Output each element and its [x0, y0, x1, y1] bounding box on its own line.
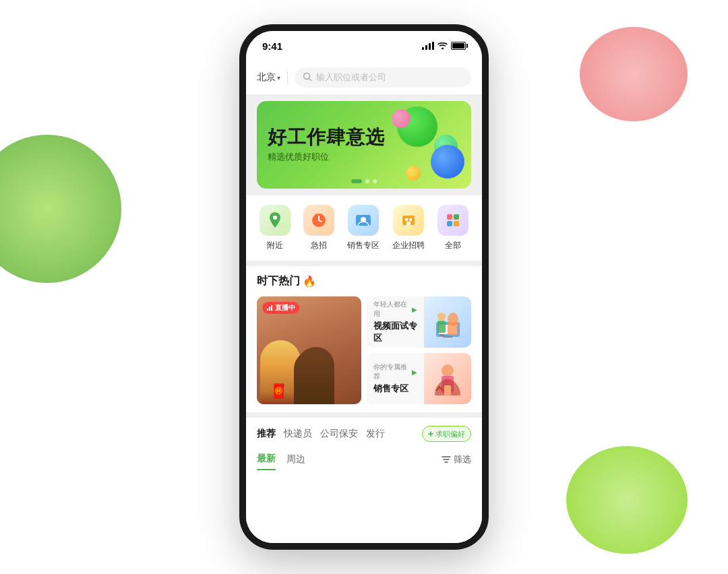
status-icons: [422, 41, 466, 51]
pref-plus-icon: +: [428, 428, 433, 439]
live-emoji: 🧧: [270, 383, 287, 399]
status-bar: 9:41: [246, 31, 482, 61]
hot-card-sales-sub: 你的专属推荐 ▶: [373, 362, 417, 381]
bubble-3: [392, 109, 411, 128]
location-text: 北京: [257, 71, 276, 84]
tab-courier[interactable]: 快递员: [284, 426, 312, 441]
banner-dot-3: [373, 179, 377, 183]
svg-rect-26: [444, 385, 451, 395]
svg-rect-7: [409, 218, 412, 221]
battery-fill: [452, 43, 464, 49]
sub-tab-nearby[interactable]: 周边: [286, 449, 305, 470]
category-sales[interactable]: 销售专区: [347, 205, 380, 251]
svg-point-24: [442, 364, 454, 377]
bg-blob-green-br: [566, 446, 688, 554]
hot-header: 时下热门 🔥: [257, 274, 471, 288]
wifi-icon: [437, 41, 448, 51]
svg-rect-22: [439, 334, 445, 336]
svg-rect-23: [443, 336, 453, 338]
svg-rect-12: [454, 221, 459, 226]
hot-card-sales[interactable]: 你的专属推荐 ▶ 销售专区: [367, 353, 471, 404]
location-selector[interactable]: 北京 ▾: [257, 71, 280, 84]
enterprise-icon: [393, 205, 424, 236]
hot-fire-icon: 🔥: [303, 275, 316, 288]
live-chart-icon: [266, 305, 273, 311]
hot-card-video-title: 视频面试专区: [373, 320, 417, 344]
svg-rect-8: [406, 222, 411, 225]
categories: 附近 急招: [246, 195, 482, 261]
video-img-illustration: [424, 296, 471, 348]
filter-icon: [442, 455, 451, 464]
banner[interactable]: 好工作肆意选 精选优质好职位: [257, 101, 471, 189]
location-dropdown-icon: ▾: [277, 74, 280, 82]
sales-label: 销售专区: [347, 240, 380, 251]
bubble-5: [406, 166, 421, 181]
svg-rect-6: [405, 218, 408, 221]
svg-point-1: [273, 216, 277, 220]
hot-section: 时下热门 🔥 🧧: [246, 266, 482, 412]
hot-card-sales-text: 你的专属推荐 ▶ 销售专区: [367, 353, 424, 404]
hot-grid: 🧧 直播中 年轻人都在用: [257, 296, 471, 404]
filter-button[interactable]: 筛选: [442, 453, 471, 466]
tab-recommend[interactable]: 推荐: [257, 426, 276, 441]
svg-rect-19: [448, 322, 458, 336]
hot-card-video[interactable]: 年轻人都在用 ▶ 视频面试专区: [367, 296, 471, 348]
banner-dot-1: [351, 179, 362, 183]
svg-point-20: [437, 313, 446, 321]
hot-title: 时下热门: [257, 274, 300, 288]
nearby-icon: [260, 205, 291, 236]
person-silhouette-2: [297, 347, 334, 404]
bottom-tabs-section: 推荐 快递员 公司保安 发行 + 求职偏好 最新 周边 筛选: [246, 418, 482, 543]
hot-card-video-sub: 年轻人都在用 ▶: [373, 300, 417, 319]
banner-dots: [351, 179, 377, 183]
banner-dot-2: [365, 179, 369, 183]
sales-icon: [348, 205, 379, 236]
svg-rect-15: [271, 305, 272, 311]
search-input[interactable]: 输入职位或者公司: [295, 67, 471, 88]
sub-tabs: 最新 周边 筛选: [257, 449, 471, 470]
tab-security[interactable]: 公司保安: [320, 426, 358, 441]
all-icon: [437, 205, 468, 236]
svg-rect-10: [454, 214, 459, 220]
live-badge-text: 直播中: [275, 303, 295, 313]
search-placeholder: 输入职位或者公司: [316, 71, 386, 84]
bg-blob-green-tl: [0, 135, 121, 283]
svg-rect-11: [447, 221, 452, 226]
search-icon: [303, 72, 312, 84]
category-all[interactable]: 全部: [437, 205, 468, 251]
sales-img-illustration: [424, 353, 471, 404]
status-time: 9:41: [262, 40, 282, 52]
urgent-label: 急招: [311, 240, 327, 251]
hot-card-sales-title: 销售专区: [373, 383, 417, 395]
filter-label: 筛选: [454, 453, 471, 466]
hot-card-sales-img: [424, 353, 471, 404]
phone-content: 北京 ▾ 输入职位或者公司 好工作肆意选 精选优质好职位: [246, 61, 482, 543]
arrow-icon-2: ▶: [412, 369, 417, 376]
search-divider: [287, 71, 288, 84]
category-enterprise[interactable]: 企业招聘: [392, 205, 425, 251]
sub-tab-latest[interactable]: 最新: [257, 449, 276, 470]
category-urgent[interactable]: 急招: [303, 205, 334, 251]
phone-frame: 9:41 北京 ▾: [239, 24, 489, 550]
tabs-header: 推荐 快递员 公司保安 发行 + 求职偏好: [257, 426, 471, 442]
pref-label: 求职偏好: [435, 429, 465, 439]
hot-card-video-img: [424, 296, 471, 348]
arrow-icon: ▶: [412, 306, 417, 313]
svg-rect-14: [269, 307, 270, 311]
battery-icon: [451, 42, 466, 50]
tab-distribution[interactable]: 发行: [366, 426, 385, 441]
bubble-4: [431, 145, 464, 179]
category-nearby[interactable]: 附近: [260, 205, 291, 251]
banner-bubbles: [363, 101, 471, 189]
preference-button[interactable]: + 求职偏好: [422, 426, 471, 442]
hot-live-card[interactable]: 🧧 直播中: [257, 296, 361, 404]
hot-card-video-text: 年轻人都在用 ▶ 视频面试专区: [367, 296, 424, 348]
enterprise-label: 企业招聘: [392, 240, 425, 251]
all-label: 全部: [445, 240, 461, 251]
svg-rect-21: [437, 321, 446, 333]
signal-icon: [422, 42, 434, 50]
svg-point-0: [304, 73, 310, 79]
search-bar: 北京 ▾ 输入职位或者公司: [246, 61, 482, 94]
svg-rect-13: [267, 309, 268, 311]
urgent-icon: [303, 205, 334, 236]
